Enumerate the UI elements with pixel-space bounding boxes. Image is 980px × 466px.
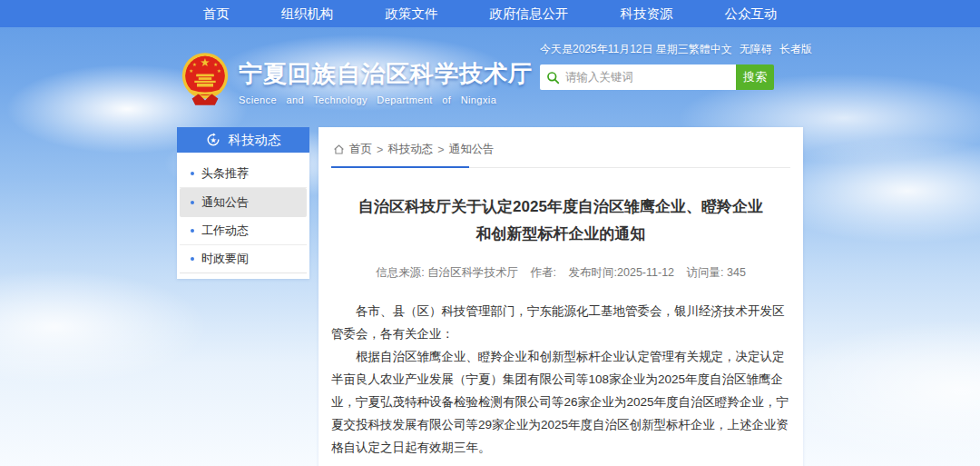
sidebar-item-label: 通知公告 <box>201 194 249 211</box>
nav-item-organization[interactable]: 组织机构 <box>281 5 334 23</box>
bullet-dot-icon <box>191 229 194 233</box>
bullet-dot-icon <box>191 172 194 175</box>
meta-source: 信息来源: 自治区科学技术厅 <box>376 266 518 279</box>
top-nav-bar: 首页 组织机构 政策文件 政府信息公开 科技资源 公众互动 <box>0 0 980 27</box>
meta-publish-time: 发布时间:2025-11-12 <box>569 266 675 279</box>
article-paragraph: 根据自治区雏鹰企业、瞪羚企业和创新型标杆企业认定管理有关规定，决定认定半亩良人农… <box>331 345 790 459</box>
article-body: 各市、县（区）科技管理部门，宁东能源化工基地管委会，银川经济技术开发区管委会，各… <box>331 300 790 459</box>
current-date-text: 今天是2025年11月12日 星期三 <box>540 42 689 57</box>
article-title-line: 自治区科技厅关于认定2025年度自治区雏鹰企业、瞪羚企业 <box>340 193 781 221</box>
nav-item-home[interactable]: 首页 <box>203 5 230 23</box>
link-traditional-chinese[interactable]: 繁體中文 <box>689 42 732 57</box>
article-meta: 信息来源: 自治区科学技术厅 作者: 发布时间:2025-11-12 访问量: … <box>331 265 790 281</box>
top-nav-items: 首页 组织机构 政策文件 政府信息公开 科技资源 公众互动 <box>177 0 803 27</box>
content-panel: 首页 > 科技动态 > 通知公告 自治区科技厅关于认定2025年度自治区雏鹰企业… <box>318 127 803 466</box>
page-background: 首页 组织机构 政策文件 政府信息公开 科技资源 公众互动 ★ ★ ★ ★ ★ <box>0 0 980 466</box>
site-logo-group[interactable]: ★ ★ ★ ★ ★ 宁夏回族自治区科学技术厅 Science and Techn… <box>181 51 533 107</box>
sidebar-item-headlines[interactable]: 头条推荐 <box>180 160 307 188</box>
svg-text:★: ★ <box>192 63 197 68</box>
sidebar-item-current-politics[interactable]: 时政要闻 <box>180 245 307 273</box>
svg-text:★: ★ <box>213 63 218 68</box>
header-utilities: 今天是2025年11月12日 星期三 繁體中文 无障碍 长者版 搜索 <box>540 42 774 90</box>
breadcrumb: 首页 > 科技动态 > 通知公告 <box>331 134 790 168</box>
home-icon <box>333 144 345 155</box>
nav-item-resources[interactable]: 科技资源 <box>621 5 673 23</box>
sidebar-item-label: 头条推荐 <box>201 165 249 182</box>
nav-item-policy[interactable]: 政策文件 <box>386 5 438 23</box>
search-input[interactable] <box>565 71 730 84</box>
sidebar-item-label: 工作动态 <box>201 223 249 239</box>
breadcrumb-separator: > <box>377 144 383 156</box>
site-title: 宁夏回族自治区科学技术厅 <box>239 58 533 90</box>
sidebar-title: 科技动态 <box>229 132 281 149</box>
article-paragraph: 各市、县（区）科技管理部门，宁东能源化工基地管委会，银川经济技术开发区管委会，各… <box>331 300 790 345</box>
sidebar: ★ 科技动态 头条推荐 通知公告 工作动态 <box>177 127 309 279</box>
breadcrumb-separator: > <box>437 144 444 156</box>
national-emblem-logo: ★ ★ ★ ★ ★ <box>181 51 230 107</box>
sidebar-item-label: 时政要闻 <box>201 251 249 267</box>
sidebar-item-work-updates[interactable]: 工作动态 <box>180 217 307 245</box>
search-icon <box>546 71 560 84</box>
search-input-box <box>540 64 736 90</box>
sidebar-header: ★ 科技动态 <box>177 127 309 153</box>
breadcrumb-section[interactable]: 科技动态 <box>387 142 433 157</box>
svg-text:★: ★ <box>189 68 193 74</box>
link-accessibility[interactable]: 无障碍 <box>740 42 772 57</box>
article-title: 自治区科技厅关于认定2025年度自治区雏鹰企业、瞪羚企业 和创新型标杆企业的通知 <box>340 193 781 248</box>
site-title-block: 宁夏回族自治区科学技术厅 Science and Technology Depa… <box>239 51 533 105</box>
site-title-english: Science and Technology Department of Nin… <box>239 94 533 105</box>
svg-text:★: ★ <box>200 57 210 70</box>
article-title-line: 和创新型标杆企业的通知 <box>340 221 781 248</box>
main-area: ★ 科技动态 头条推荐 通知公告 工作动态 <box>177 127 803 466</box>
quick-links: 繁體中文 无障碍 长者版 <box>689 42 812 57</box>
sidebar-item-notices[interactable]: 通知公告 <box>180 188 307 217</box>
breadcrumb-home[interactable]: 首页 <box>349 142 372 157</box>
bullet-dot-icon <box>191 201 194 204</box>
meta-views: 访问量: 345 <box>687 266 746 279</box>
nav-item-interaction[interactable]: 公众互动 <box>725 5 778 23</box>
search-button[interactable]: 搜索 <box>736 64 774 90</box>
sidebar-menu: 头条推荐 通知公告 工作动态 时政要闻 <box>177 153 309 279</box>
news-circle-star-icon: ★ <box>206 133 220 147</box>
link-elder-version[interactable]: 长者版 <box>779 42 812 57</box>
header-top-row: 今天是2025年11月12日 星期三 繁體中文 无障碍 长者版 <box>540 42 774 57</box>
svg-text:★: ★ <box>217 68 221 74</box>
bullet-dot-icon <box>191 257 194 261</box>
site-header: ★ ★ ★ ★ ★ 宁夏回族自治区科学技术厅 Science and Techn… <box>177 27 803 127</box>
svg-text:★: ★ <box>210 136 216 144</box>
meta-author: 作者: <box>531 266 556 279</box>
search-bar: 搜索 <box>540 64 774 90</box>
breadcrumb-current[interactable]: 通知公告 <box>449 142 495 157</box>
nav-item-gov-info[interactable]: 政府信息公开 <box>490 5 569 23</box>
